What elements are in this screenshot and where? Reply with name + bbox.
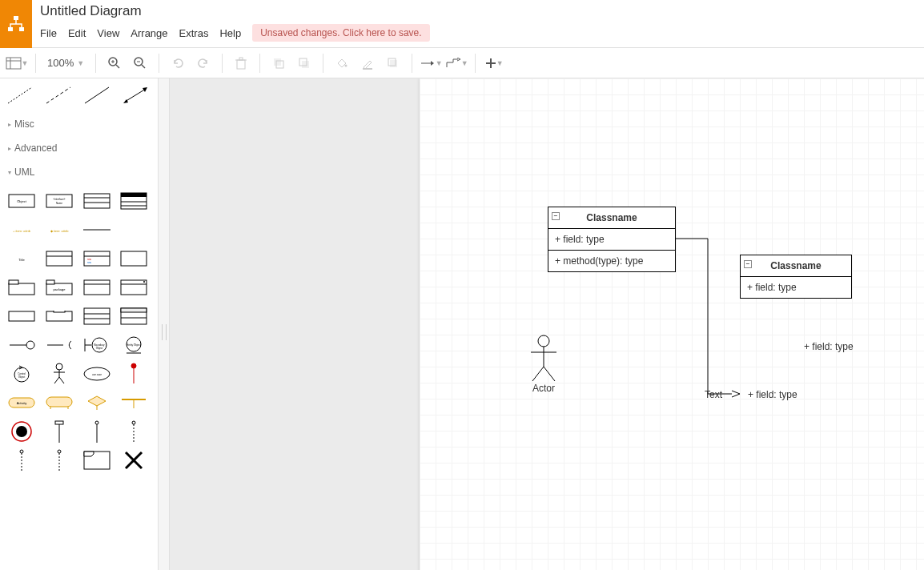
- shape-end-state[interactable]: [6, 419, 37, 444]
- to-front-button[interactable]: [267, 51, 291, 75]
- shape-class-colored[interactable]: rowrow: [82, 247, 112, 271]
- view-mode-button[interactable]: ▼: [5, 51, 29, 75]
- shape-actor[interactable]: [44, 362, 74, 386]
- waypoint-button[interactable]: ▼: [444, 51, 468, 75]
- edge-1[interactable]: [676, 239, 748, 399]
- menu-view[interactable]: View: [97, 27, 119, 39]
- shape-lifeline-4[interactable]: [6, 448, 37, 472]
- uml-actor[interactable]: Actor: [524, 335, 564, 394]
- app-logo[interactable]: [0, 0, 32, 48]
- category-uml[interactable]: ▾UML: [0, 160, 158, 184]
- zoom-select[interactable]: 100%▼: [42, 57, 89, 69]
- line-color-button[interactable]: [356, 51, 380, 75]
- shape-destruction[interactable]: [119, 448, 149, 472]
- svg-text:+ item: attrib: + item: attrib: [13, 229, 31, 233]
- shadow-button[interactable]: [381, 51, 405, 75]
- class1-field[interactable]: + field: type: [548, 229, 675, 251]
- class1-method[interactable]: + method(type): type: [548, 251, 675, 271]
- shape-usecase[interactable]: use case: [82, 362, 112, 386]
- shape-package[interactable]: package: [44, 275, 74, 299]
- shape-lifeline-3[interactable]: [119, 419, 149, 444]
- shape-title[interactable]: Title: [6, 247, 37, 271]
- svg-rect-13: [237, 60, 245, 69]
- svg-point-105: [16, 426, 27, 437]
- document-title[interactable]: Untitled Diagram: [40, 3, 430, 19]
- edge-label[interactable]: Text: [705, 389, 722, 400]
- delete-button[interactable]: [229, 51, 253, 75]
- shape-item-orange[interactable]: + item: attrib: [6, 218, 37, 242]
- diagram-page[interactable]: −Classname + field: type + method(type):…: [420, 78, 924, 570]
- shape-lifeline-2[interactable]: [82, 419, 112, 444]
- menu-file[interactable]: File: [40, 27, 57, 39]
- shape-object[interactable]: Object: [6, 189, 37, 213]
- shape-frame[interactable]: [82, 448, 112, 472]
- svg-point-112: [20, 450, 23, 453]
- menu-extras[interactable]: Extras: [179, 27, 209, 39]
- shape-empty[interactable]: [119, 218, 149, 242]
- shape-bidir-arrow[interactable]: [120, 83, 151, 107]
- shape-provided-iface[interactable]: [6, 333, 37, 357]
- shape-class-rows[interactable]: [82, 304, 112, 328]
- shape-lifeline-5[interactable]: [44, 448, 74, 472]
- menu-edit[interactable]: Edit: [68, 27, 86, 39]
- shape-divider[interactable]: [82, 218, 112, 242]
- category-advanced[interactable]: ▸Advanced: [0, 136, 158, 160]
- shape-component-tab[interactable]: [6, 275, 37, 299]
- shape-class-title-rows[interactable]: [119, 304, 149, 328]
- shape-decision-orange[interactable]: [82, 391, 112, 415]
- shape-interface[interactable]: «interface»Name: [44, 189, 74, 213]
- to-back-button[interactable]: [292, 51, 316, 75]
- shape-dashed-line[interactable]: [43, 83, 74, 107]
- svg-rect-55: [9, 280, 18, 284]
- floating-field-1[interactable]: + field: type: [804, 341, 854, 352]
- shape-class-2row[interactable]: [44, 247, 74, 271]
- collapse-icon[interactable]: −: [552, 212, 560, 220]
- menu-arrange[interactable]: Arrange: [131, 27, 167, 39]
- undo-button[interactable]: [166, 51, 190, 75]
- shape-line[interactable]: [82, 83, 112, 107]
- class1-title: Classname: [586, 212, 637, 223]
- zoom-value: 100%: [47, 57, 74, 69]
- shape-activity-orange[interactable]: Activity: [6, 391, 37, 415]
- canvas[interactable]: −Classname + field: type + method(type):…: [170, 78, 924, 570]
- svg-text:«interface»: «interface»: [53, 198, 65, 201]
- floating-field-2[interactable]: + field: type: [748, 389, 797, 400]
- zoom-out-button[interactable]: [128, 51, 152, 75]
- shape-lifeline-destroy[interactable]: [119, 362, 149, 386]
- shape-lifeline-1[interactable]: [44, 419, 74, 444]
- shape-dotted-line[interactable]: [5, 83, 35, 107]
- uml-class-1[interactable]: −Classname + field: type + method(type):…: [548, 207, 676, 272]
- sidebar-splitter[interactable]: [159, 78, 170, 570]
- shape-blank-box[interactable]: [119, 247, 149, 271]
- shape-entity[interactable]: Entity Object: [119, 333, 149, 357]
- shape-class-4[interactable]: [119, 189, 149, 213]
- connection-button[interactable]: ▼: [419, 51, 443, 75]
- menu-help[interactable]: Help: [219, 27, 241, 39]
- shape-boundary[interactable]: BoundaryObject: [82, 333, 112, 357]
- svg-line-7: [116, 65, 119, 68]
- svg-text:◆ item: attrib: ◆ item: attrib: [50, 229, 69, 233]
- svg-rect-3: [6, 58, 21, 69]
- save-notice[interactable]: Unsaved changes. Click here to save.: [252, 24, 429, 42]
- shape-class-header[interactable]: [82, 275, 112, 299]
- shape-box-tab[interactable]: [44, 304, 74, 328]
- shape-class-header-2[interactable]: [119, 275, 149, 299]
- shape-class-3[interactable]: [82, 189, 112, 213]
- shape-required-iface[interactable]: [44, 333, 74, 357]
- class2-field[interactable]: + field: type: [741, 277, 851, 298]
- svg-rect-0: [14, 16, 18, 20]
- shape-control[interactable]: ControlObject: [6, 362, 37, 386]
- add-button[interactable]: ▼: [482, 51, 506, 75]
- uml-class-2[interactable]: −Classname + field: type: [740, 255, 852, 299]
- fill-color-button[interactable]: [330, 51, 354, 75]
- svg-rect-22: [390, 60, 397, 67]
- category-misc[interactable]: ▸Misc: [0, 112, 158, 136]
- zoom-in-button[interactable]: [102, 51, 127, 75]
- shape-composite-orange[interactable]: [44, 391, 74, 415]
- shape-box-1[interactable]: [6, 304, 37, 328]
- shape-item-orange-2[interactable]: ◆ item: attrib: [44, 218, 74, 242]
- svg-text:Activity: Activity: [17, 401, 27, 405]
- svg-rect-54: [9, 283, 34, 295]
- shape-fork-orange[interactable]: [119, 391, 149, 415]
- redo-button[interactable]: [191, 51, 215, 75]
